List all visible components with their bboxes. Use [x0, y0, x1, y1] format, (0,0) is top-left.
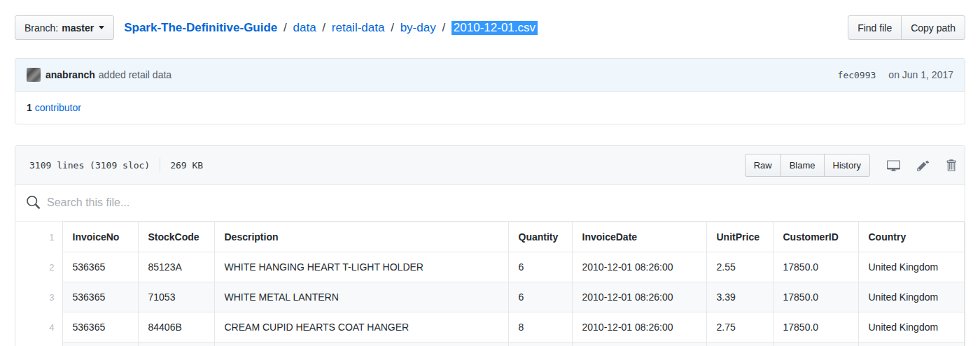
breadcrumb-repo-link[interactable]: Spark-The-Definitive-Guide: [124, 21, 277, 34]
table-cell: 17850.0: [773, 312, 858, 343]
table-cell: 2010-12-01 08:26:00: [572, 282, 706, 312]
table-cell: [858, 343, 965, 346]
line-number: 2: [15, 252, 62, 282]
table-cell: 6: [508, 252, 572, 282]
file-size: 269 KB: [170, 160, 203, 171]
table-cell: 17850.0: [773, 282, 858, 312]
table-cell: 2.75: [706, 312, 773, 343]
column-header: Country: [858, 222, 965, 252]
contributor-count: 1: [27, 102, 32, 113]
column-header: Quantity: [508, 222, 572, 252]
line-number: 4: [15, 312, 62, 343]
file-navigation-bar: Branch: master Spark-The-Definitive-Guid…: [15, 15, 965, 40]
trashcan-icon: [946, 159, 956, 172]
table-cell: 536365: [62, 282, 138, 312]
line-number: 3: [15, 282, 62, 312]
table-body: 253636585123AWHITE HANGING HEART T-LIGHT…: [15, 252, 965, 346]
commit-message-link[interactable]: added retail data: [99, 69, 172, 80]
table-cell: 2.55: [706, 252, 773, 282]
table-cell: 84406B: [138, 312, 214, 343]
breadcrumb-segment-retail-data[interactable]: retail-data: [332, 21, 385, 34]
open-in-desktop-button[interactable]: [887, 159, 900, 172]
table-cell: [62, 343, 138, 346]
file-info-divider: [160, 158, 160, 172]
column-header: StockCode: [138, 222, 214, 252]
table-cell: 536365: [62, 312, 138, 343]
branch-selector-button[interactable]: Branch: master: [15, 15, 114, 40]
file-lines-info: 3109 lines (3109 sloc): [29, 160, 150, 171]
table-row: 253636585123AWHITE HANGING HEART T-LIGHT…: [15, 252, 965, 282]
breadcrumb-separator: /: [284, 21, 287, 34]
table-cell: [508, 343, 572, 346]
commit-meta: fec0993 on Jun 1, 2017: [838, 69, 953, 80]
copy-path-button[interactable]: Copy path: [901, 15, 965, 40]
raw-blame-history-group: Raw Blame History: [745, 154, 870, 177]
table-cell: 2010-12-01 08:26:00: [572, 252, 706, 282]
find-file-button[interactable]: Find file: [848, 15, 902, 40]
search-icon: [26, 196, 40, 210]
table-cell: United Kingdom: [858, 312, 965, 343]
contributors-link[interactable]: 1contributor: [27, 102, 81, 113]
column-header: InvoiceDate: [572, 222, 706, 252]
table-cell: [214, 343, 508, 346]
table-cell: CREAM CUPID HEARTS COAT HANGER: [214, 312, 508, 343]
file-info: 3109 lines (3109 sloc) 269 KB: [29, 158, 203, 172]
commit-sha: fec0993: [838, 70, 876, 80]
table-cell: 17850.0: [773, 252, 858, 282]
table-cell: 3.39: [706, 282, 773, 312]
avatar[interactable]: [27, 68, 41, 82]
branch-name: master: [62, 22, 94, 34]
delete-file-button[interactable]: [946, 159, 956, 172]
column-header: InvoiceNo: [62, 222, 138, 252]
table-row: 353636571053WHITE METAL LANTERN62010-12-…: [15, 282, 965, 312]
table-cell: 71053: [138, 282, 214, 312]
blame-button[interactable]: Blame: [780, 154, 825, 177]
contributors-row: 1contributor: [15, 92, 965, 124]
column-header: UnitPrice: [706, 222, 773, 252]
search-input[interactable]: [47, 196, 954, 209]
caret-down-icon: [99, 26, 104, 29]
pencil-icon: [917, 159, 929, 172]
table-cell: United Kingdom: [858, 252, 965, 282]
file-meta-bar: 3109 lines (3109 sloc) 269 KB Raw Blame …: [15, 146, 965, 185]
breadcrumb-separator: /: [322, 21, 326, 34]
table-cell: 85123A: [138, 252, 214, 282]
line-number: 5: [15, 343, 62, 346]
branch-label: Branch:: [24, 22, 58, 34]
file-search-bar: [15, 185, 965, 222]
commit-author-link[interactable]: anabranch: [46, 69, 95, 80]
csv-table: 1InvoiceNoStockCodeDescriptionQuantityIn…: [15, 222, 965, 346]
breadcrumb-separator: /: [442, 21, 445, 34]
file-box: 3109 lines (3109 sloc) 269 KB Raw Blame …: [15, 145, 965, 346]
table-row: 453636584406BCREAM CUPID HEARTS COAT HAN…: [15, 312, 965, 343]
file-actions-group: Find file Copy path: [848, 15, 965, 40]
breadcrumb-filename-selected: 2010-12-01.csv: [451, 21, 538, 35]
column-header: CustomerID: [773, 222, 858, 252]
table-header-row: 1InvoiceNoStockCodeDescriptionQuantityIn…: [15, 222, 965, 252]
table-cell: WHITE HANGING HEART T-LIGHT HOLDER: [214, 252, 508, 282]
device-desktop-icon: [887, 159, 900, 172]
table-cell: 6: [508, 282, 572, 312]
table-cell: [138, 343, 214, 346]
table-cell: United Kingdom: [858, 282, 965, 312]
table-row: 5: [15, 343, 965, 346]
breadcrumb: Spark-The-Definitive-Guide / data / reta…: [124, 21, 839, 35]
edit-file-button[interactable]: [917, 159, 929, 172]
contributor-label: contributor: [35, 102, 81, 113]
table-cell: [706, 343, 773, 346]
breadcrumb-separator: /: [391, 21, 394, 34]
commit-tease: anabranch added retail data fec0993 on J…: [15, 59, 965, 92]
breadcrumb-segment-by-day[interactable]: by-day: [400, 21, 436, 34]
table-cell: [773, 343, 858, 346]
commit-box: anabranch added retail data fec0993 on J…: [15, 58, 965, 124]
breadcrumb-segment-data[interactable]: data: [293, 21, 316, 34]
table-cell: [572, 343, 706, 346]
line-number: 1: [15, 222, 62, 252]
table-cell: 536365: [62, 252, 138, 282]
commit-date: on Jun 1, 2017: [888, 69, 953, 80]
column-header: Description: [214, 222, 508, 252]
raw-button[interactable]: Raw: [745, 154, 781, 177]
file-meta-actions: Raw Blame History: [745, 154, 956, 177]
history-button[interactable]: History: [824, 154, 870, 177]
table-cell: 8: [508, 312, 572, 343]
